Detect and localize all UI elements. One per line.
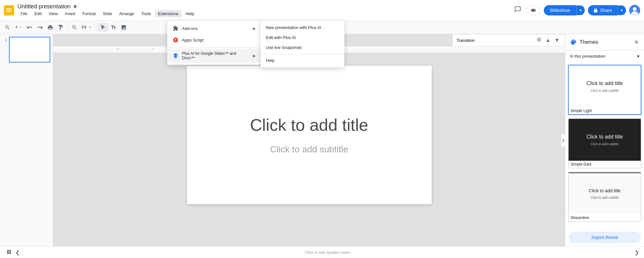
theme-streamline-preview: Click to add title Click to add subtitle xyxy=(569,172,641,214)
redo-button[interactable] xyxy=(35,23,45,32)
menu-view[interactable]: View xyxy=(45,10,61,17)
slide-subtitle[interactable]: Click to add subtitle xyxy=(270,144,348,155)
menu-bar: File Edit View Insert Format Slide Arran… xyxy=(17,10,197,17)
transition-collapse-btn[interactable]: ▲ xyxy=(544,37,552,44)
plus-ai-icon xyxy=(172,53,179,59)
doc-title[interactable]: Untitled presentation xyxy=(17,3,71,10)
right-controls: Slideshow ▾ Share ▾ xyxy=(512,4,640,16)
toolbar-divider-2 xyxy=(96,24,96,31)
grid-view-button[interactable] xyxy=(5,248,13,257)
add-ons-label: Add-ons xyxy=(182,26,197,31)
toolbar-divider-1 xyxy=(67,24,68,31)
themes-header: Themes ✕ xyxy=(565,34,644,51)
theme-simple-light-preview: Click to add title Click to add subtitle xyxy=(569,65,641,107)
share-button-group: Share ▾ xyxy=(588,5,626,15)
in-presentation-label: In this presentation xyxy=(570,54,637,59)
menu-slide[interactable]: Slide xyxy=(100,10,115,17)
add-button[interactable]: + xyxy=(13,23,24,32)
menu-help[interactable]: Help xyxy=(182,10,197,17)
apps-script-label: Apps Script xyxy=(182,38,203,43)
add-ons-arrow: ▶ xyxy=(253,26,255,31)
plusai-help[interactable]: Help xyxy=(261,55,344,65)
extensions-dropdown: Add-ons ▶ Apps Script Plus AI for Google… xyxy=(167,21,261,65)
theme-name-streamline: Streamline xyxy=(569,214,641,221)
select-tool[interactable] xyxy=(98,23,108,32)
theme-simple-dark[interactable]: Click to add title Click to add subtitle… xyxy=(568,118,641,168)
view-options: ❮ xyxy=(5,248,21,257)
menu-arrange[interactable]: Arrange xyxy=(116,10,137,17)
theme-streamline[interactable]: Click to add title Click to add subtitle… xyxy=(568,172,641,222)
plusai-snapshots-label: Use live Snapshots xyxy=(266,45,302,50)
plusai-divider xyxy=(261,54,344,54)
transition-expand-btn[interactable]: ▼ xyxy=(553,37,561,44)
theme-simple-light[interactable]: Click to add title Click to add subtitle… xyxy=(568,65,641,115)
theme-preview-title-0: Click to add title xyxy=(587,81,623,86)
theme-preview-title-2: Click to add title xyxy=(589,188,621,193)
slides-panel: 1 xyxy=(0,34,53,246)
themes-collapse-button[interactable]: ❯ xyxy=(561,134,565,147)
transition-bar: Transition ▲ ▼ xyxy=(452,34,565,46)
menu-tools[interactable]: Tools xyxy=(138,10,154,17)
print-button[interactable] xyxy=(45,23,55,32)
undo-button[interactable] xyxy=(25,23,34,32)
menu-edit[interactable]: Edit xyxy=(31,10,45,17)
plusai-snapshots[interactable]: Use live Snapshots xyxy=(261,43,344,53)
apps-script-icon xyxy=(172,37,179,43)
svg-point-5 xyxy=(633,7,637,11)
theme-simple-dark-preview: Click to add title Click to add subtitle xyxy=(569,119,641,161)
share-label: Share xyxy=(600,8,612,13)
extensions-plus-ai[interactable]: Plus AI for Google Slides™ and Docs™ ▶ xyxy=(167,49,261,63)
slide-canvas[interactable]: Click to add title Click to add subtitle xyxy=(187,66,432,204)
plusai-new-presentation[interactable]: New presentation with Plus AI xyxy=(261,23,344,33)
fit-dropdown[interactable]: Fit xyxy=(80,23,94,32)
search-toolbar-button[interactable] xyxy=(3,23,12,32)
collapse-panel-button[interactable]: ❮ xyxy=(14,248,21,257)
slide-thumbnail-1[interactable] xyxy=(9,37,50,62)
slideshow-button-group: Slideshow ▾ xyxy=(544,5,585,15)
zoom-button[interactable] xyxy=(70,23,79,32)
plusai-submenu: New presentation with Plus AI Edit with … xyxy=(261,21,344,67)
in-presentation-row[interactable]: In this presentation ▾ xyxy=(565,51,644,62)
plusai-new-label: New presentation with Plus AI xyxy=(266,25,321,30)
plusai-edit[interactable]: Edit with Plus AI xyxy=(261,33,344,43)
transition-options-btn[interactable] xyxy=(535,36,543,44)
status-bar: ❮ Click to add speaker notes ❯ xyxy=(0,246,644,258)
theme-preview-subtitle-1: Click to add subtitle xyxy=(591,142,619,146)
menu-insert[interactable]: Insert xyxy=(62,10,79,17)
plusai-help-label: Help xyxy=(266,58,274,63)
title-area: Untitled presentation ★ File Edit View I… xyxy=(17,3,197,17)
speaker-notes-area[interactable]: Click to add speaker notes xyxy=(26,250,630,255)
fit-label: Fit xyxy=(82,25,86,30)
meeting-button[interactable] xyxy=(526,5,541,15)
themes-close-button[interactable]: ✕ xyxy=(633,38,639,46)
image-tool[interactable] xyxy=(119,23,129,32)
paint-format-button[interactable] xyxy=(56,23,65,32)
transition-label: Transition xyxy=(457,38,475,43)
svg-rect-1 xyxy=(6,8,12,9)
menu-divider xyxy=(167,47,261,47)
slide-title[interactable]: Click to add title xyxy=(250,115,368,135)
extensions-add-ons[interactable]: Add-ons ▶ xyxy=(167,23,261,34)
import-theme-button[interactable]: Import theme xyxy=(569,232,641,243)
add-ons-icon xyxy=(172,25,179,32)
themes-sidebar: ❯ Themes ✕ In this presentation ▾ Click … xyxy=(565,34,644,246)
plus-ai-arrow: ▶ xyxy=(253,54,255,58)
app-logo xyxy=(4,5,14,15)
menu-extensions[interactable]: Extensions xyxy=(155,10,182,17)
plusai-edit-label: Edit with Plus AI xyxy=(266,35,296,40)
share-button[interactable]: Share xyxy=(588,5,617,15)
star-icon[interactable]: ★ xyxy=(72,3,78,10)
user-avatar[interactable] xyxy=(629,5,640,16)
menu-format[interactable]: Format xyxy=(79,10,99,17)
extensions-apps-script[interactable]: Apps Script xyxy=(167,34,261,46)
comments-button[interactable] xyxy=(512,4,523,16)
theme-preview-subtitle-0: Click to add subtitle xyxy=(591,89,619,92)
in-presentation-chevron: ▾ xyxy=(637,54,639,59)
top-bar: Untitled presentation ★ File Edit View I… xyxy=(0,0,644,21)
share-dropdown-button[interactable]: ▾ xyxy=(617,5,626,15)
slideshow-button[interactable]: Slideshow xyxy=(544,5,576,15)
slideshow-dropdown-button[interactable]: ▾ xyxy=(576,5,585,15)
collapse-notes-button[interactable]: ❯ xyxy=(635,249,639,255)
text-tool[interactable] xyxy=(109,23,118,32)
menu-file[interactable]: File xyxy=(17,10,31,17)
